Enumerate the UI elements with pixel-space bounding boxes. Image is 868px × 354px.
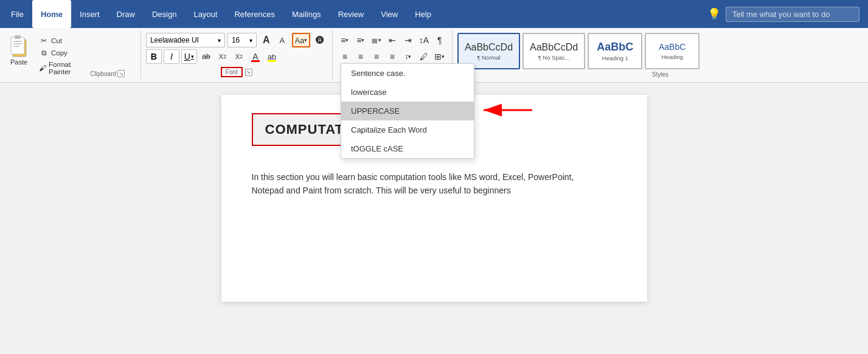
underline-button[interactable]: U▾ bbox=[181, 49, 197, 64]
menu-draw[interactable]: Draw bbox=[108, 0, 144, 28]
ribbon-container: Paste ✂ Cut ⧉ Copy 🖌 Format Painter bbox=[0, 28, 868, 83]
scissors-icon: ✂ bbox=[39, 36, 49, 45]
subscript-button[interactable]: X2 bbox=[215, 49, 230, 64]
document-body: In this section you will learn basic com… bbox=[252, 170, 605, 198]
lightbulb-icon: 💡 bbox=[707, 7, 721, 21]
style-heading1-preview: AaBbC bbox=[597, 41, 633, 54]
menu-home[interactable]: Home bbox=[32, 0, 71, 28]
clipboard-expand-icon[interactable]: ↘ bbox=[117, 70, 125, 77]
clipboard-group-label: Clipboard ↘ bbox=[78, 70, 136, 77]
menu-help[interactable]: Help bbox=[406, 0, 440, 28]
increase-font-button[interactable]: A bbox=[259, 33, 274, 47]
increase-indent-button[interactable]: ⇥ bbox=[401, 33, 415, 47]
case-capitalize[interactable]: Capitalize Each Word bbox=[341, 120, 474, 139]
cut-button[interactable]: ✂ Cut bbox=[36, 35, 75, 46]
bold-button[interactable]: B bbox=[146, 49, 162, 64]
app-window: File Home Insert Draw Design Layout Refe… bbox=[0, 0, 868, 314]
clipboard-group: Paste ✂ Cut ⧉ Copy 🖌 Format Painter bbox=[0, 30, 141, 80]
size-dropdown-arrow: ▾ bbox=[249, 37, 252, 44]
style-normal-label: ¶ Normal bbox=[477, 54, 500, 61]
style-heading1-label: Heading 1 bbox=[602, 55, 628, 61]
font-family-selector[interactable]: Leelawadee UI ▾ bbox=[146, 33, 225, 47]
menu-review[interactable]: Review bbox=[330, 0, 373, 28]
align-center-button[interactable]: ≡ bbox=[353, 49, 368, 64]
menu-layout[interactable]: Layout bbox=[185, 0, 226, 28]
style-no-spacing[interactable]: AaBbCcDd ¶ No Spac... bbox=[523, 33, 585, 69]
change-case-button[interactable]: Aa▾ bbox=[292, 33, 310, 47]
style-nospace-label: ¶ No Spac... bbox=[538, 54, 570, 61]
styles-row: AaBbCcDd ¶ Normal AaBbCcDd ¶ No Spac... … bbox=[457, 33, 863, 69]
search-label: Tell me what you want to do bbox=[732, 10, 830, 19]
clipboard-actions: ✂ Cut ⧉ Copy 🖌 Format Painter bbox=[36, 33, 75, 77]
menu-mailings[interactable]: Mailings bbox=[283, 0, 330, 28]
decrease-indent-button[interactable]: ⇤ bbox=[385, 33, 400, 47]
font-dropdown-arrow: ▾ bbox=[218, 37, 221, 44]
italic-button[interactable]: I bbox=[164, 49, 179, 64]
paste-svg bbox=[9, 35, 29, 58]
menu-insert[interactable]: Insert bbox=[71, 0, 108, 28]
paintbrush-icon: 🖌 bbox=[39, 64, 46, 72]
case-dropdown: Sentence case. lowercase UPPERCASE Capit… bbox=[341, 63, 474, 159]
bullets-button[interactable]: ≡▾ bbox=[338, 33, 352, 47]
styles-group: AaBbCcDd ¶ Normal AaBbCcDd ¶ No Spac... … bbox=[453, 30, 868, 80]
arrow-svg bbox=[477, 101, 538, 119]
style-heading1[interactable]: AaBbC Heading 1 bbox=[588, 33, 642, 69]
style-heading2[interactable]: AaBbC Heading bbox=[645, 33, 700, 69]
font-color-bar bbox=[251, 60, 260, 62]
sort-button[interactable]: ↕A bbox=[417, 33, 431, 47]
superscript-button[interactable]: X2 bbox=[232, 49, 246, 64]
multilevel-list-button[interactable]: ≣▾ bbox=[369, 33, 384, 47]
font-expand-icon[interactable]: ↘ bbox=[245, 69, 252, 76]
font-row1: Leelawadee UI ▾ 16 ▾ A A Aa▾ 🅐 bbox=[146, 33, 327, 47]
line-spacing-button[interactable]: ↕▾ bbox=[401, 49, 415, 64]
copy-icon: ⧉ bbox=[39, 49, 49, 57]
style-heading2-label: Heading bbox=[661, 54, 682, 60]
decrease-font-button[interactable]: A bbox=[275, 33, 290, 47]
align-left-button[interactable]: ≡ bbox=[338, 49, 352, 64]
menu-references[interactable]: References bbox=[226, 0, 283, 28]
clear-formatting-button[interactable]: 🅐 bbox=[313, 33, 327, 47]
paste-button[interactable]: Paste bbox=[4, 33, 34, 77]
paste-icon bbox=[9, 35, 29, 57]
cut-label: Cut bbox=[51, 37, 62, 44]
strikethrough-button[interactable]: ab bbox=[199, 49, 214, 64]
menu-right: 💡 Tell me what you want to do bbox=[707, 0, 866, 28]
copy-label: Copy bbox=[51, 49, 68, 57]
font-label[interactable]: Font bbox=[221, 67, 243, 77]
svg-rect-4 bbox=[13, 43, 22, 44]
borders-button[interactable]: ⊞▾ bbox=[432, 49, 447, 64]
para-row2: ≡ ≡ ≡ ≡ ↕▾ 🖊 ⊞▾ bbox=[338, 49, 447, 64]
menu-file[interactable]: File bbox=[2, 0, 32, 28]
highlight-color-button[interactable]: ab bbox=[265, 49, 279, 64]
search-box[interactable]: Tell me what you want to do bbox=[726, 7, 859, 22]
font-color-button[interactable]: A bbox=[248, 49, 263, 64]
para-row1: ≡▾ ≡▾ ≣▾ ⇤ ⇥ ↕A ¶ bbox=[338, 33, 447, 47]
menu-design[interactable]: Design bbox=[144, 0, 185, 28]
svg-rect-3 bbox=[13, 41, 22, 42]
style-nospace-preview: AaBbCcDd bbox=[530, 41, 578, 53]
font-size-selector[interactable]: 16 ▾ bbox=[227, 33, 257, 47]
font-size-buttons: A A bbox=[259, 33, 290, 47]
highlight-color-bar bbox=[268, 60, 276, 62]
show-hide-marks-button[interactable]: ¶ bbox=[432, 33, 447, 47]
case-sentence[interactable]: Sentence case. bbox=[341, 64, 474, 83]
font-group-label-container: Font ↘ bbox=[146, 67, 327, 77]
menu-view[interactable]: View bbox=[372, 0, 406, 28]
font-group: Leelawadee UI ▾ 16 ▾ A A Aa▾ 🅐 bbox=[141, 30, 333, 80]
svg-rect-5 bbox=[13, 46, 19, 47]
shading-button[interactable]: 🖊 bbox=[417, 49, 431, 64]
case-toggle[interactable]: tOGGLE cASE bbox=[341, 139, 474, 158]
font-row2: B I U▾ ab X2 X2 A ab bbox=[146, 49, 327, 64]
paste-label: Paste bbox=[10, 58, 27, 66]
svg-rect-2 bbox=[15, 35, 21, 39]
format-painter-button[interactable]: 🖌 Format Painter bbox=[36, 60, 75, 77]
menu-bar: File Home Insert Draw Design Layout Refe… bbox=[0, 0, 868, 28]
case-uppercase[interactable]: UPPERCASE bbox=[341, 102, 474, 120]
case-lowercase[interactable]: lowercase bbox=[341, 83, 474, 102]
numbering-button[interactable]: ≡▾ bbox=[353, 33, 368, 47]
align-right-button[interactable]: ≡ bbox=[369, 49, 384, 64]
style-normal-preview: AaBbCcDd bbox=[465, 41, 513, 53]
justify-button[interactable]: ≡ bbox=[385, 49, 400, 64]
arrow-annotation bbox=[477, 101, 538, 122]
copy-button[interactable]: ⧉ Copy bbox=[36, 47, 75, 58]
